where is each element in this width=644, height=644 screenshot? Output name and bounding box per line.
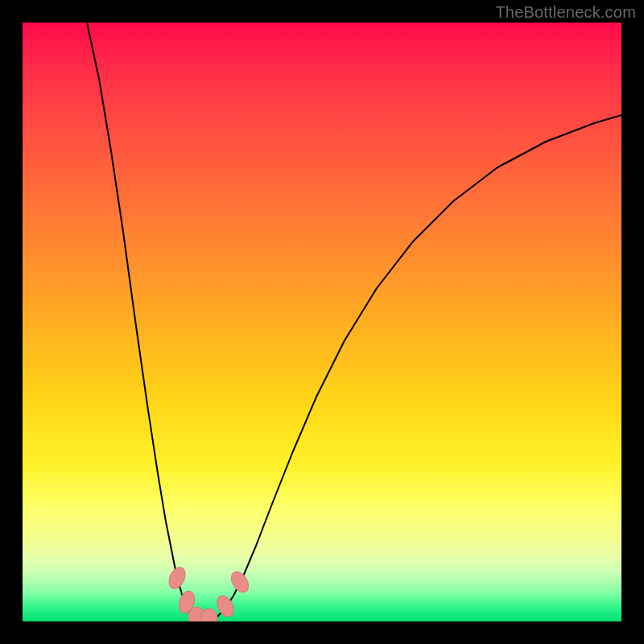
curve-marker: [166, 565, 188, 592]
plot-svg: [23, 23, 621, 621]
plot-area: [23, 23, 621, 621]
watermark-text: TheBottleneck.com: [495, 3, 636, 22]
bottleneck-curve: [87, 23, 621, 621]
curve-marker: [228, 568, 252, 595]
chart-frame: TheBottleneck.com: [0, 0, 644, 644]
curve-marker: [200, 608, 218, 621]
curve-markers: [166, 565, 252, 621]
